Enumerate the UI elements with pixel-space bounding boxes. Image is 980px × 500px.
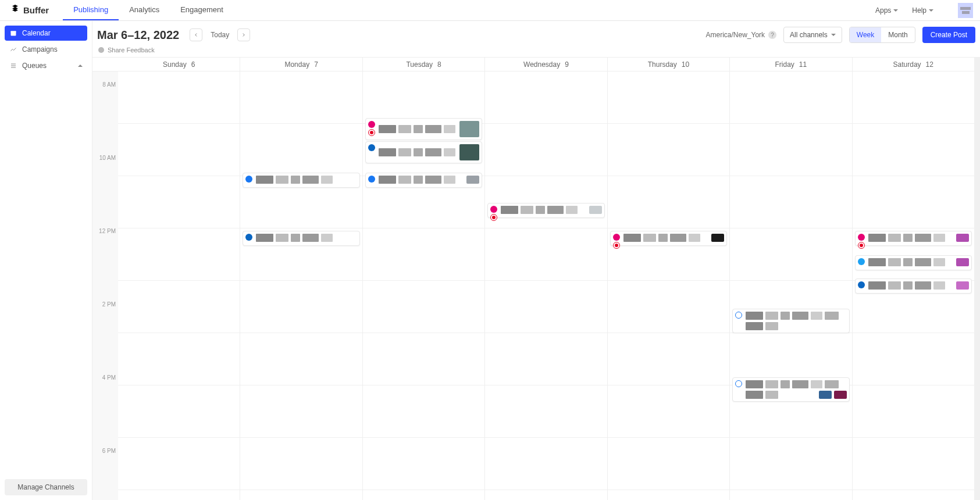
pn-icon [490,214,497,221]
in-icon [858,234,865,241]
day-header: Monday7 [240,58,362,72]
post-card[interactable] [243,173,359,188]
fb-icon [368,176,375,183]
sidebar: Calendar Campaigns Queues Manage Channel… [0,21,92,500]
share-feedback-link[interactable]: Share Feedback [92,47,980,57]
time-label: 2 PM [102,301,116,308]
tab-publishing[interactable]: Publishing [63,0,119,20]
ln-icon [368,144,375,151]
calendar-grid: 8 AM10 AM12 PM2 PM4 PM6 PM8 PM Sunday6Mo… [92,57,980,500]
tab-engagement[interactable]: Engagement [170,0,234,20]
post-card[interactable] [365,118,482,140]
buffer-icon [10,5,20,16]
tw-icon [858,258,865,265]
day-header: Saturday12 [853,58,974,72]
pn-icon [613,242,620,249]
post-card[interactable] [487,203,604,218]
svg-rect-1 [11,31,16,33]
view-week-button[interactable]: Week [850,27,881,42]
chart-icon [9,46,17,53]
manage-channels-button[interactable]: Manage Channels [5,479,87,495]
time-label: 4 PM [102,374,116,381]
calendar-icon [9,30,17,37]
post-card[interactable] [732,377,849,402]
post-card[interactable] [855,278,972,294]
pn-icon [368,129,375,136]
day-column[interactable]: Monday7 [240,58,362,500]
caret-down-icon [831,34,836,36]
feedback-icon [98,47,104,53]
calendar-toolbar: Mar 6–12, 2022 Today America/New_York ? … [92,21,980,47]
time-label: 6 PM [102,448,116,454]
day-column[interactable]: Tuesday8 [363,58,485,500]
create-post-button[interactable]: Create Post [922,27,975,43]
channel-filter-button[interactable]: All channels [783,27,842,43]
timezone-label: America/New_York ? [705,31,776,39]
in-icon [613,234,620,241]
menu-apps[interactable]: Apps [875,6,898,15]
day-header: Wednesday9 [485,58,607,72]
caret-down-icon [929,9,933,12]
view-month-button[interactable]: Month [881,27,914,42]
day-column[interactable]: Thursday10 [608,58,730,500]
help-icon[interactable]: ? [768,31,776,39]
fb-o-icon [735,380,742,387]
sidebar-item-queues[interactable]: Queues [5,58,87,73]
in-icon [490,206,497,213]
main-tabs: Publishing Analytics Engagement [63,0,234,20]
pn-icon [858,242,865,249]
post-card[interactable] [243,231,359,246]
prev-week-button[interactable] [190,28,202,41]
day-column[interactable]: Friday11 [730,58,852,500]
post-card[interactable] [365,141,482,163]
scrollbar[interactable] [974,58,980,500]
time-label: 10 AM [99,155,116,161]
user-avatar[interactable] [958,3,973,18]
time-label: 12 PM [99,228,116,234]
sidebar-item-campaigns[interactable]: Campaigns [5,42,87,57]
menu-help[interactable]: Help [912,6,933,15]
in-icon [368,121,375,128]
sidebar-item-calendar[interactable]: Calendar [5,26,87,41]
chevron-up-icon [78,65,83,67]
day-column[interactable]: Saturday12 [853,58,974,500]
fb-o-icon [735,312,742,319]
day-header: Thursday10 [608,58,729,72]
day-column[interactable]: Wednesday9 [485,58,607,500]
next-week-button[interactable] [237,28,250,41]
ln-icon [858,281,865,288]
list-icon [9,62,17,69]
post-card[interactable] [610,231,727,246]
day-header: Friday11 [730,58,851,72]
view-toggle: Week Month [849,27,915,43]
ln-icon [245,234,252,241]
main-content: Mar 6–12, 2022 Today America/New_York ? … [92,21,980,500]
caret-down-icon [893,9,898,12]
day-header: Sunday6 [118,58,240,72]
date-range-label: Mar 6–12, 2022 [97,28,179,42]
time-axis: 8 AM10 AM12 PM2 PM4 PM6 PM8 PM [92,58,118,500]
day-header: Tuesday8 [363,58,484,72]
brand-logo[interactable]: Buffer [10,5,49,16]
top-right-menu: Apps Help [875,3,973,18]
post-card[interactable] [365,173,482,188]
day-column[interactable]: Sunday6 [118,58,240,500]
time-label: 8 AM [102,81,116,88]
post-card[interactable] [732,309,849,333]
today-button[interactable]: Today [208,31,231,39]
post-card[interactable] [855,255,972,270]
brand-name: Buffer [23,5,49,15]
post-card[interactable] [855,231,972,246]
top-nav: Buffer Publishing Analytics Engagement A… [0,0,980,21]
fb-icon [245,176,252,183]
tab-analytics[interactable]: Analytics [119,0,170,20]
